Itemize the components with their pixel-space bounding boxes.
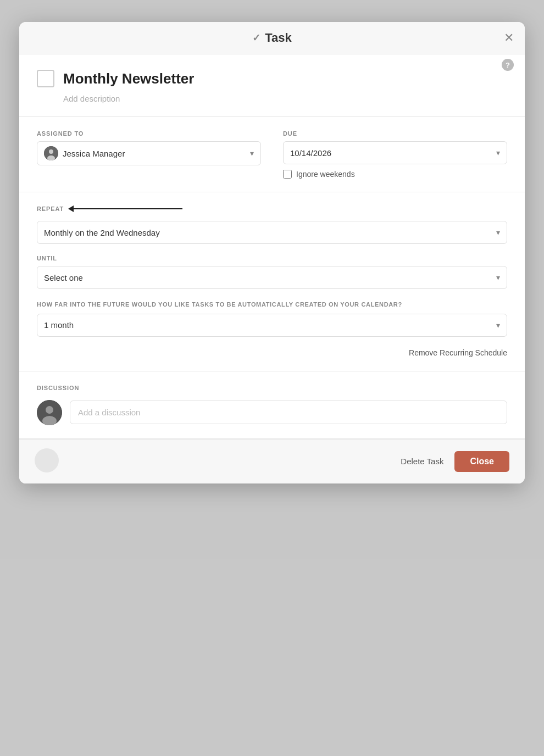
- modal-title: ✓ Task: [252, 31, 292, 45]
- discussion-label: DISCUSSION: [37, 385, 507, 391]
- task-title: Monthly Newsletter: [63, 70, 194, 87]
- discussion-avatar: [37, 400, 62, 425]
- future-value: 1 month: [44, 320, 74, 330]
- repeat-arrow: [73, 208, 182, 209]
- due-date-dropdown[interactable]: 10/14/2026 ▾: [283, 141, 507, 164]
- modal-footer: Delete Task Close: [19, 439, 525, 483]
- svg-point-1: [49, 149, 53, 154]
- task-complete-checkbox[interactable]: [37, 70, 54, 87]
- assignee-avatar: [44, 146, 58, 160]
- repeat-label: REPEAT: [37, 205, 64, 212]
- task-title-row: Monthly Newsletter: [37, 70, 507, 87]
- discussion-input[interactable]: [70, 401, 507, 424]
- circle-action-button[interactable]: [35, 448, 59, 472]
- modal-title-text: Task: [265, 31, 292, 45]
- task-modal: ✓ Task ✕ ? Monthly Newsletter Add descri…: [19, 22, 525, 483]
- assignee-name: Jessica Manager: [63, 149, 125, 158]
- due-date-chevron: ▾: [496, 148, 500, 157]
- remove-recurring-link[interactable]: Remove Recurring Schedule: [409, 348, 507, 357]
- assigned-to-dropdown[interactable]: Jessica Manager ▾: [37, 141, 261, 165]
- until-chevron: ▾: [496, 273, 500, 282]
- modal-body: ? Monthly Newsletter Add description ASS…: [19, 54, 525, 439]
- until-field-group: UNTIL Select one ▾: [37, 255, 507, 289]
- due-date-label: DUE: [283, 130, 507, 137]
- ignore-weekends-checkbox[interactable]: [283, 170, 292, 179]
- due-date-value: 10/14/2026: [290, 148, 331, 158]
- task-meta-section: ASSIGNED TO: [19, 117, 525, 192]
- until-label: UNTIL: [37, 255, 507, 262]
- modal-close-button[interactable]: ✕: [504, 32, 514, 44]
- ignore-weekends-label: Ignore weekends: [296, 170, 355, 179]
- assigned-to-field: ASSIGNED TO: [37, 130, 261, 179]
- repeat-value: Monthly on the 2nd Wednesday: [44, 228, 160, 237]
- ignore-weekends-row: Ignore weekends: [283, 170, 507, 179]
- future-chevron: ▾: [496, 321, 500, 330]
- future-field-group: HOW FAR INTO THE FUTURE WOULD YOU LIKE T…: [37, 300, 507, 337]
- close-button[interactable]: Close: [454, 451, 509, 472]
- future-dropdown[interactable]: 1 month ▾: [37, 314, 507, 337]
- assigned-to-label: ASSIGNED TO: [37, 130, 261, 137]
- footer-left: [35, 448, 59, 475]
- due-date-field: DUE 10/14/2026 ▾ Ignore weekends: [283, 130, 507, 179]
- repeat-section: REPEAT Monthly on the 2nd Wednesday ▾: [19, 192, 525, 371]
- repeat-dropdown[interactable]: Monthly on the 2nd Wednesday ▾: [37, 221, 507, 244]
- help-icon-button[interactable]: ?: [502, 59, 514, 71]
- svg-point-4: [46, 406, 53, 414]
- until-dropdown[interactable]: Select one ▾: [37, 266, 507, 289]
- repeat-header-row: REPEAT: [37, 205, 507, 212]
- repeat-field-group: Monthly on the 2nd Wednesday ▾: [37, 221, 507, 244]
- remove-recurring-link-container: Remove Recurring Schedule: [37, 348, 507, 358]
- assigned-to-value: Jessica Manager: [44, 146, 125, 160]
- task-description[interactable]: Add description: [63, 94, 507, 103]
- discussion-section: DISCUSSION: [19, 371, 525, 439]
- meta-grid: ASSIGNED TO: [37, 130, 507, 179]
- discussion-input-row: [37, 400, 507, 425]
- until-value: Select one: [44, 273, 83, 282]
- repeat-chevron: ▾: [496, 228, 500, 237]
- task-title-section: ? Monthly Newsletter Add description: [19, 54, 525, 117]
- modal-header: ✓ Task ✕: [19, 22, 525, 54]
- future-question: HOW FAR INTO THE FUTURE WOULD YOU LIKE T…: [37, 300, 507, 309]
- check-icon: ✓: [252, 32, 260, 44]
- assigned-to-chevron: ▾: [250, 149, 254, 158]
- delete-task-button[interactable]: Delete Task: [398, 452, 446, 470]
